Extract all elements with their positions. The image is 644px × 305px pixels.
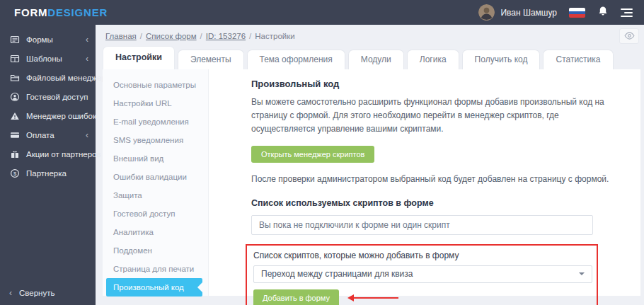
tab-elements[interactable]: Элементы	[178, 50, 244, 69]
sidebar-item-label: Файловый менеджер	[26, 74, 106, 82]
svg-text:$: $	[13, 170, 16, 176]
user-menu[interactable]: Иван Шамшур	[478, 4, 557, 21]
script-select-value: Переход между страницами для квиза	[261, 269, 413, 279]
tab-settings[interactable]: Настройки	[103, 46, 175, 69]
submenu-item-appearance[interactable]: Внешний вид	[103, 149, 208, 168]
used-scripts-title: Список используемых скриптов в форме	[251, 198, 621, 208]
sidebar-item-guest-access[interactable]: Гостевой доступ	[0, 87, 96, 106]
submenu-item-sms-notifications[interactable]: SMS уведомления	[103, 131, 208, 149]
intro-text: Вы можете самостотельно расширить функци…	[251, 96, 621, 137]
tab-logic[interactable]: Логика	[407, 50, 459, 69]
add-to-form-button[interactable]: Добавить в форму	[253, 289, 339, 305]
logo-secondary: DESIGNER	[47, 6, 108, 18]
page-title: Произвольный код	[251, 79, 621, 89]
sidebar-item-payment[interactable]: Оплата	[0, 125, 96, 144]
avatar	[478, 4, 495, 21]
sidebar-item-label: Шаблоны	[26, 54, 62, 63]
sidebar-item-label: Менеджер ошибок	[26, 112, 96, 120]
available-scripts-label: Список скриптов, которые можно добавить …	[253, 251, 590, 260]
tab-modules[interactable]: Модули	[348, 50, 404, 69]
breadcrumb-form-id-link[interactable]: ID: 153276	[206, 32, 246, 40]
highlighted-region: Список скриптов, которые можно добавить …	[246, 244, 598, 305]
sidebar-collapse-button[interactable]: Свернуть	[0, 281, 96, 305]
script-select[interactable]: Переход между страницами для квиза	[253, 265, 592, 283]
settings-card: Основные параметры Настройки URL E-mail …	[103, 69, 640, 296]
admin-note-text: После проверки администратором выбранный…	[251, 173, 621, 186]
submenu-item-email-notifications[interactable]: E-mail уведомления	[103, 113, 208, 131]
collapse-label: Свернуть	[19, 289, 54, 297]
submenu-item-general[interactable]: Основные параметры	[103, 76, 208, 94]
open-script-manager-button[interactable]: Открыть менеджер скриптов	[251, 146, 374, 163]
sidebar-item-label: Партнерка	[26, 169, 67, 178]
app-logo: FORMDESIGNER	[14, 6, 108, 18]
forms-icon	[9, 35, 20, 45]
sidebar-item-label: Формы	[26, 35, 53, 44]
chevron-left-icon	[9, 289, 12, 297]
breadcrumb-current: Настройки	[255, 32, 294, 40]
sidebar-item-templates[interactable]: Шаблоны	[0, 49, 96, 68]
error-manager-icon	[9, 111, 20, 121]
top-header: FORMDESIGNER Иван Шамшур	[0, 0, 644, 25]
tab-theme[interactable]: Тема оформления	[247, 50, 345, 69]
form-tabs: Настройки Элементы Тема оформления Модул…	[96, 46, 644, 69]
main-sidebar: Формы Шаблоны Файловый менеджер Гостевой…	[0, 25, 96, 305]
menu-icon	[621, 8, 633, 17]
dollar-circle-icon: $	[9, 168, 20, 178]
preview-form-button[interactable]	[619, 28, 639, 44]
submenu-item-protection[interactable]: Защита	[103, 186, 208, 205]
bell-icon	[597, 6, 609, 19]
breadcrumb: Главная / Список форм / ID: 153276 / Нас…	[96, 25, 644, 46]
payment-card-icon	[9, 130, 20, 140]
submenu-item-analytics[interactable]: Аналитика	[103, 223, 208, 241]
submenu-item-url-settings[interactable]: Настройки URL	[103, 94, 208, 113]
sidebar-item-label: Гостевой доступ	[26, 93, 88, 101]
guest-access-icon	[9, 92, 20, 102]
sidebar-item-forms[interactable]: Формы	[0, 30, 96, 49]
sidebar-item-label: Акции от партнеров	[26, 150, 101, 159]
hamburger-menu-button[interactable]	[621, 8, 633, 17]
gift-icon	[9, 149, 20, 159]
tab-statistics[interactable]: Статистика	[543, 50, 613, 69]
chevron-left-icon	[86, 35, 88, 44]
templates-icon	[9, 54, 20, 64]
used-scripts-empty-box: Вы пока не подключили к форме ни один ск…	[251, 215, 593, 235]
breadcrumb-form-list-link[interactable]: Список форм	[146, 32, 197, 40]
annotation-arrow	[349, 297, 398, 299]
breadcrumb-home-link[interactable]: Главная	[105, 32, 137, 40]
sidebar-item-error-manager[interactable]: Менеджер ошибок	[0, 106, 96, 125]
submenu-item-validation-errors[interactable]: Ошибки валидации	[103, 168, 208, 186]
russian-flag-icon[interactable]	[569, 8, 585, 18]
submenu-item-subdomain[interactable]: Поддомен	[103, 241, 208, 260]
chevron-left-icon	[86, 54, 88, 63]
breadcrumb-separator: /	[249, 32, 251, 40]
sidebar-item-label: Оплата	[26, 131, 54, 139]
breadcrumb-separator: /	[140, 32, 142, 40]
submenu-item-guest-access[interactable]: Гостевой доступ	[103, 205, 208, 223]
user-name: Иван Шамшур	[500, 8, 557, 18]
sidebar-item-partner-offers[interactable]: Акции от партнеров	[0, 144, 96, 163]
chevron-down-icon	[579, 272, 585, 275]
submenu-item-custom-code[interactable]: Произвольный код	[106, 278, 202, 297]
notifications-button[interactable]	[597, 6, 609, 19]
eye-icon	[624, 31, 635, 42]
tab-get-code[interactable]: Получить код	[462, 50, 541, 69]
breadcrumb-separator: /	[200, 32, 202, 40]
file-manager-icon	[9, 73, 20, 83]
sidebar-item-affiliate[interactable]: $ Партнерка	[0, 163, 96, 183]
custom-code-panel: Произвольный код Вы можете самостотельно…	[209, 69, 640, 296]
chevron-left-icon	[86, 131, 88, 139]
settings-submenu: Основные параметры Настройки URL E-mail …	[103, 69, 209, 296]
sidebar-item-file-manager[interactable]: Файловый менеджер	[0, 68, 96, 87]
submenu-item-print-page[interactable]: Страница для печати	[103, 260, 208, 278]
logo-primary: FORM	[14, 6, 47, 18]
